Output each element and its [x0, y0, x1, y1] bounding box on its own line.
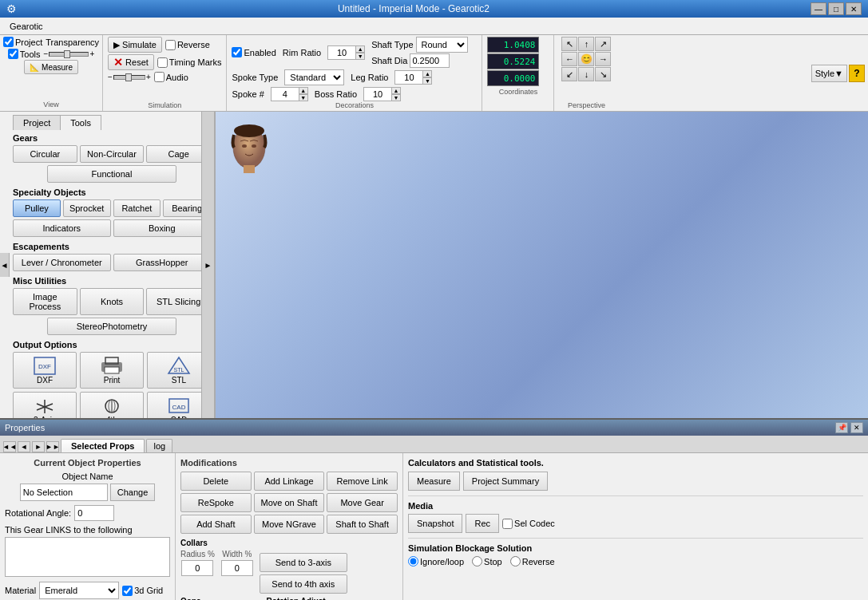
- persp-btn-1[interactable]: ↖: [561, 37, 577, 51]
- knots-button[interactable]: Knots: [80, 288, 145, 315]
- functional-button[interactable]: Functional: [47, 165, 176, 183]
- ratchet-button[interactable]: Ratchet: [113, 199, 161, 217]
- change-button[interactable]: Change: [110, 484, 156, 501]
- boss-ratio-input[interactable]: [363, 87, 391, 101]
- nav-prev-button[interactable]: ◄: [18, 441, 30, 452]
- rot-angle-input[interactable]: [74, 505, 114, 521]
- project-checkbox-label[interactable]: Project: [3, 37, 42, 47]
- stop-radio-label[interactable]: Stop: [472, 556, 502, 566]
- project-checkbox[interactable]: [3, 37, 14, 47]
- reverse-radio-label[interactable]: Reverse: [510, 556, 555, 566]
- spoke-num-up[interactable]: ▲: [299, 87, 308, 94]
- nav-last-button[interactable]: ►►: [46, 441, 59, 452]
- measure-calc-button[interactable]: Measure: [408, 472, 460, 491]
- nav-next-button[interactable]: ►: [32, 441, 45, 452]
- panel-collapse-right[interactable]: ►: [201, 112, 214, 418]
- remove-link-button[interactable]: Remove Link: [327, 472, 398, 491]
- persp-btn-8[interactable]: ↘: [595, 67, 611, 81]
- dxf-button[interactable]: DXF DXF: [13, 352, 77, 389]
- shaft-type-select[interactable]: RoundSquareHex: [416, 37, 468, 53]
- minimize-button[interactable]: —: [811, 2, 826, 15]
- sprocket-button[interactable]: Sprocket: [63, 199, 111, 217]
- lever-button[interactable]: Lever / Chronometer: [13, 254, 111, 271]
- panel-pin-button[interactable]: 📌: [835, 422, 848, 433]
- spoke-type-select[interactable]: StandardCrossSolid: [284, 69, 344, 85]
- reverse-radio[interactable]: [510, 556, 521, 566]
- shaft-to-shaft-button[interactable]: Shaft to Shaft: [327, 515, 398, 534]
- indicators-button[interactable]: Indicators: [13, 219, 111, 237]
- width-input[interactable]: [221, 560, 253, 576]
- measure-button[interactable]: 📐 Measure: [24, 60, 78, 74]
- reverse-checkbox-label[interactable]: Reverse: [165, 40, 210, 50]
- tab-selected-props[interactable]: Selected Props: [61, 439, 145, 452]
- rim-ratio-up[interactable]: ▲: [355, 45, 365, 53]
- tab-project[interactable]: Project: [13, 115, 61, 130]
- nav-first-button[interactable]: ◄◄: [3, 441, 16, 452]
- rim-ratio-down[interactable]: ▼: [355, 53, 365, 60]
- tab-log[interactable]: log: [146, 439, 172, 452]
- menu-item-gearotic[interactable]: Gearotic: [3, 20, 50, 33]
- image-process-button[interactable]: Image Process: [13, 288, 77, 315]
- grid-3d-checkbox[interactable]: [122, 586, 133, 596]
- move-ngrave-button[interactable]: Move NGrave: [254, 515, 325, 534]
- leg-ratio-up[interactable]: ▲: [422, 70, 432, 77]
- panel-close-button[interactable]: ✕: [850, 422, 863, 433]
- reset-button[interactable]: ✕ Reset: [108, 54, 154, 70]
- ignore-loop-radio-label[interactable]: Ignore/loop: [408, 556, 464, 566]
- spoke-num-input[interactable]: [271, 87, 299, 101]
- rec-button[interactable]: Rec: [466, 514, 499, 533]
- rim-ratio-spinner[interactable]: ▲▼: [327, 45, 365, 60]
- non-circular-button[interactable]: Non-Circular: [80, 145, 145, 163]
- timing-marks-checkbox-label[interactable]: Timing Marks: [157, 57, 222, 68]
- leg-ratio-spinner[interactable]: ▲▼: [394, 70, 432, 85]
- fourth-button[interactable]: 4th: [80, 392, 144, 418]
- print-button[interactable]: Print: [80, 352, 144, 389]
- persp-btn-4[interactable]: ←: [561, 52, 577, 66]
- ignore-loop-radio[interactable]: [408, 556, 418, 566]
- project-summary-button[interactable]: Project Summary: [463, 472, 548, 491]
- sel-codec-label[interactable]: Sel Codec: [502, 519, 555, 529]
- move-gear-button[interactable]: Move Gear: [327, 493, 398, 512]
- persp-btn-5[interactable]: →: [595, 52, 611, 66]
- reverse-checkbox[interactable]: [165, 40, 176, 50]
- boxing-button[interactable]: Boxing: [113, 219, 212, 237]
- persp-btn-6[interactable]: ↙: [561, 67, 577, 81]
- boss-ratio-spinner[interactable]: ▲▼: [363, 87, 401, 101]
- enabled-checkbox-label[interactable]: Enabled: [232, 47, 275, 57]
- boss-ratio-down[interactable]: ▼: [391, 94, 401, 101]
- circular-button[interactable]: Circular: [13, 145, 77, 163]
- object-name-input[interactable]: [20, 484, 108, 501]
- timing-marks-checkbox[interactable]: [157, 57, 168, 68]
- sel-codec-checkbox[interactable]: [502, 519, 513, 529]
- shaft-dia-input[interactable]: [410, 53, 450, 68]
- persp-btn-3[interactable]: ↗: [595, 37, 611, 51]
- spoke-num-down[interactable]: ▼: [299, 94, 308, 101]
- persp-btn-2[interactable]: ↑: [578, 37, 594, 51]
- grid-3d-checkbox-label[interactable]: 3d Grid: [122, 586, 163, 596]
- pulley-button[interactable]: Pulley: [13, 199, 61, 217]
- help-button[interactable]: ?: [849, 65, 865, 82]
- tab-tools[interactable]: Tools: [61, 115, 101, 130]
- grasshopper-button[interactable]: GrassHopper: [113, 254, 212, 271]
- delete-button[interactable]: Delete: [180, 472, 252, 491]
- snapshot-button[interactable]: Snapshot: [408, 514, 462, 533]
- leg-ratio-down[interactable]: ▼: [422, 77, 432, 85]
- sim-slider[interactable]: [113, 75, 145, 80]
- three-axis-button[interactable]: 3-Axis: [13, 392, 77, 418]
- respoke-button[interactable]: ReSpoke: [180, 493, 252, 512]
- rim-ratio-input[interactable]: [327, 45, 355, 60]
- canvas-area[interactable]: [216, 112, 868, 418]
- radius-input[interactable]: [181, 560, 213, 576]
- tools-checkbox-label[interactable]: Tools: [8, 49, 41, 59]
- spoke-num-spinner[interactable]: ▲▼: [271, 87, 308, 101]
- panel-collapse-left[interactable]: ◄: [0, 253, 10, 277]
- persp-btn-smiley[interactable]: 😊: [578, 52, 594, 66]
- add-shaft-button[interactable]: Add Shaft: [180, 515, 252, 534]
- persp-btn-7[interactable]: ↓: [578, 67, 594, 81]
- add-linkage-button[interactable]: Add Linkage: [254, 472, 325, 491]
- style-button[interactable]: Style ▼: [811, 65, 847, 82]
- move-on-shaft-button[interactable]: Move on Shaft: [254, 493, 325, 512]
- maximize-button[interactable]: □: [828, 2, 844, 15]
- stereo-photometry-button[interactable]: StereoPhotometry: [47, 318, 176, 335]
- simulate-button[interactable]: ▶ Simulate: [108, 37, 162, 53]
